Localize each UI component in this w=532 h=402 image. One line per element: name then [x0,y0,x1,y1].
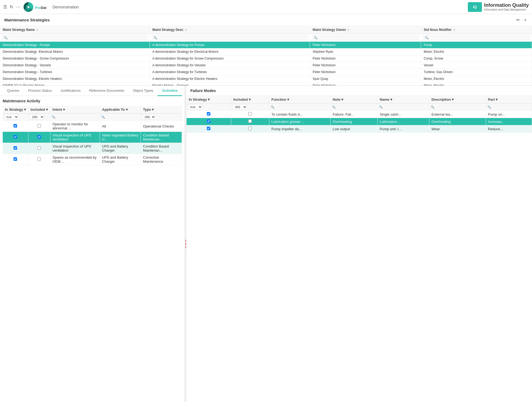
tab-object-types[interactable]: Object Types [129,86,158,96]
strategies-tbody: Demonstration Strategy - Pumps A demonst… [0,42,532,86]
act-applicable-search[interactable] [106,115,128,119]
tab-reference-documents[interactable]: Reference Documents [85,86,128,96]
act-included-checkbox[interactable] [37,124,41,128]
iq-logo: IQ Information Quality Information and D… [468,2,529,12]
act-in-strategy-checkbox[interactable] [14,157,17,161]
main-content: Maintenance Strategies ✏ + Maint Strateg… [0,14,532,402]
act-cell-intent: Operator to monitor for abnormal ... [50,121,100,132]
fm-in-strategy-filter-icon[interactable]: ▾ [208,97,210,102]
top-bar-left: ☰ ↻ ⋯ ProDat Demonstration [3,2,79,12]
act-included-checkbox[interactable] [37,157,41,161]
fm-in-strategy-checkbox[interactable] [207,127,210,130]
fm-cell-in-strategy [187,118,231,125]
owner-filter-icon[interactable]: ▾ [348,28,349,31]
resize-dot-1 [185,240,186,242]
activity-row[interactable]: Operator to monitor for abnormal ... All… [3,121,182,132]
fm-cell-part: Reduce... [486,125,532,133]
act-included-select[interactable]: (All) true false [30,114,44,120]
activity-row[interactable]: Spares as recommended by OEM ... UPS and… [3,154,182,165]
strategy-row[interactable]: IQMSE.02 LV Electric Motors Electric Mot… [0,82,532,86]
strategy-row[interactable]: Demonstration Strategy -Electrical Motor… [0,48,532,55]
fm-note-filter-icon[interactable]: ▾ [341,97,343,102]
act-included-checkbox[interactable] [37,135,41,139]
fm-function-search[interactable] [275,105,294,109]
fm-desc-search[interactable] [435,105,454,109]
tab-queries[interactable]: Queries [3,86,24,96]
refresh-icon[interactable]: ↻ [10,4,13,9]
fm-cell-description: Overheating [429,118,486,125]
fm-row[interactable]: To contain fluids d... Failure: Fail... … [187,111,532,118]
add-button[interactable]: + [523,17,528,23]
act-filter-type: (All) [141,113,182,121]
strategy-cell-name: Demonstration Strategy -Electrical Motor… [0,48,149,55]
tab-activities[interactable]: Activities [158,86,182,96]
act-in-strategy-checkbox[interactable] [14,124,17,128]
strategy-cell-name: Demonstration Strategy - Pumps [0,42,149,48]
fm-filter-part: 🔍 [486,103,532,111]
activity-row[interactable]: Visual Inspection of UPS ventilation Val… [3,132,182,143]
resize-handle[interactable] [185,86,187,402]
act-type-select[interactable]: (All) [142,114,156,120]
act-included-filter-icon[interactable]: ▾ [46,107,48,112]
act-in-strategy-checkbox[interactable] [14,146,17,150]
strategy-row[interactable]: Demonstration Strategy - Pumps A demonst… [0,42,532,48]
act-intent-filter-icon[interactable]: ▾ [63,107,65,112]
strategy-row[interactable]: Demonstration Strategy -Electric Heaters… [0,76,532,82]
fm-in-strategy-checkbox[interactable] [207,112,210,116]
fm-name-search[interactable] [384,105,403,109]
strategy-cell-desc: Electric Motors - General [149,82,310,86]
fm-filter-name: 🔍 [377,103,429,111]
fm-included-checkbox[interactable] [248,112,252,116]
name-filter-icon[interactable]: ▾ [37,28,38,31]
fm-function-filter-icon[interactable]: ▾ [287,97,289,102]
act-in-strategy-select[interactable]: true false (All) [4,114,19,120]
fm-row[interactable]: Lubrication grease ... Overheating Lubri… [187,118,532,125]
search-cell-modifier: 🔍 [421,34,532,42]
failure-modes-table: In Strategy ▾ Included ▾ Function ▾ Note… [187,96,532,133]
activity-section: Maintenance Activity In Strategy ▾ Inclu… [0,96,185,402]
fm-in-strategy-select[interactable]: true false (All) [188,104,203,110]
fm-part-search[interactable] [492,105,511,109]
menu-icon[interactable]: ⋯ [16,4,20,9]
fm-included-filter-icon[interactable]: ▾ [249,97,251,102]
strategy-cell-owner: Peter Nicholson [310,42,421,48]
desc-filter-icon[interactable]: ▾ [185,28,187,31]
logo-area: ProDat Demonstration [24,2,79,12]
fm-col-description: Description ▾ [429,96,486,103]
fm-note-search[interactable] [337,105,355,109]
activity-row[interactable]: Visual Inspection of UPS ventilation UPS… [3,143,182,154]
search-desc-input[interactable] [158,36,306,40]
fm-included-select[interactable]: (All) true false [233,104,247,110]
search-owner-input[interactable] [319,36,417,40]
act-in-strategy-checkbox[interactable] [14,135,17,139]
strategy-cell-desc: A demonstration Strategy for Pumps [149,42,310,48]
act-included-checkbox[interactable] [37,146,41,150]
strategy-cell-desc: A demonstration Strategy for Electric He… [149,76,310,82]
fm-name-filter-icon[interactable]: ▾ [390,97,392,102]
act-intent-search[interactable] [56,115,78,119]
act-applicable-filter-icon[interactable]: ▾ [126,107,128,112]
tab-process-status[interactable]: Process Status [24,86,56,96]
strategy-cell-name: Demonstration Strategy - Screw Compresso… [0,55,149,62]
fm-row[interactable]: Pump impeller da... Low output Pump unit… [187,125,532,133]
fm-included-checkbox[interactable] [248,119,252,123]
hamburger-icon[interactable]: ☰ [3,4,7,9]
fm-desc-filter-icon[interactable]: ▾ [452,97,454,102]
act-type-filter-icon[interactable]: ▾ [152,107,154,112]
search-modifier-input[interactable] [430,36,528,40]
edit-button[interactable]: ✏ [515,17,521,23]
strategies-table-container: Maint Strategy Name ▾ Maint Strategy Des… [0,26,532,86]
fm-part-filter-icon[interactable]: ▾ [496,97,498,102]
search-name-input[interactable] [9,36,146,40]
act-cell-type: Corrective Maintenance [141,154,182,165]
tab-justifications[interactable]: Justifications [56,86,85,96]
act-col-intent: Intent ▾ [50,106,100,113]
fm-in-strategy-checkbox[interactable] [207,119,210,123]
modifier-filter-icon[interactable]: ▾ [453,28,455,31]
strategy-row[interactable]: Demonstration Strategy - Vessels A demon… [0,62,532,69]
fm-included-checkbox[interactable] [248,127,252,130]
act-in-strategy-filter-icon[interactable]: ▾ [24,107,26,112]
strategy-row[interactable]: Demonstration Strategy - Screw Compresso… [0,55,532,62]
strategy-row[interactable]: Demonstration Strategy - Turbines A demo… [0,69,532,76]
strategy-cell-desc: A demonstration Strategy for Electrical … [149,48,310,55]
